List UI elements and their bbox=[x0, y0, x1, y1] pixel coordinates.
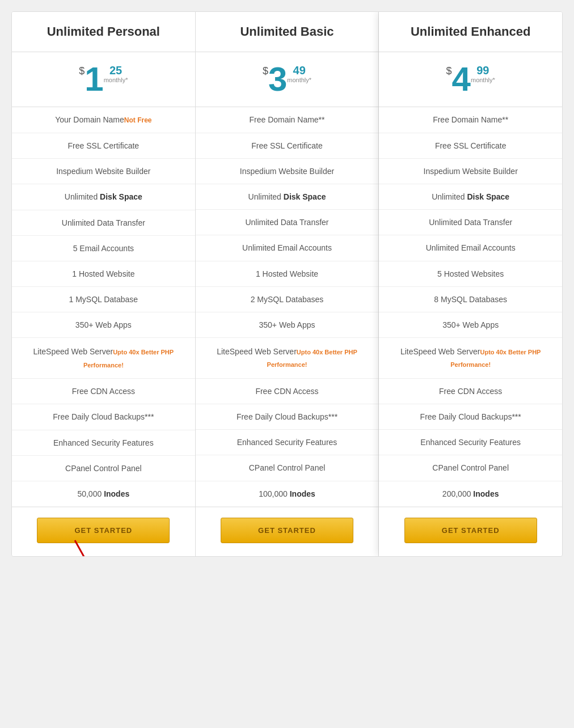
price-monthly-enhanced: monthly* bbox=[471, 76, 495, 84]
feature-text-enhanced-6: 5 Hosted Websites bbox=[437, 269, 504, 278]
btn-row-enhanced: GET STARTED bbox=[379, 507, 562, 553]
feature-text-basic-1: Free SSL Certificate bbox=[251, 141, 323, 150]
feature-bold-enhanced-3: Disk Space bbox=[467, 192, 509, 201]
feature-text-enhanced-1: Free SSL Certificate bbox=[435, 141, 507, 150]
price-fraction-monthly-enhanced: 99 monthly* bbox=[471, 65, 495, 84]
feature-text-basic-10: Free CDN Access bbox=[255, 387, 318, 396]
price-fraction-basic: 49 bbox=[287, 65, 311, 76]
price-fraction-monthly-basic: 49 monthly* bbox=[287, 65, 311, 84]
feature-row-basic-13: CPanel Control Panel bbox=[196, 455, 379, 481]
feature-text-basic-8: 350+ Web Apps bbox=[259, 320, 315, 329]
feature-text-personal-11: Free Daily Cloud Backups*** bbox=[53, 412, 154, 421]
feature-row-basic-12: Enhanced Security Features bbox=[196, 430, 379, 455]
price-display-basic: $ 3 49 monthly* bbox=[263, 62, 311, 96]
feature-row-personal-7: 1 MySQL Database bbox=[12, 287, 195, 312]
price-dollar-basic: $ bbox=[263, 66, 268, 76]
feature-text-enhanced-11: Free Daily Cloud Backups*** bbox=[420, 412, 521, 421]
feature-text-basic-7: 2 MySQL Databases bbox=[251, 295, 324, 304]
price-display-enhanced: $ 4 99 monthly* bbox=[446, 62, 495, 96]
feature-row-personal-12: Enhanced Security Features bbox=[12, 430, 195, 456]
feature-text-personal-9: LiteSpeed Web Server bbox=[33, 347, 113, 356]
feature-row-basic-1: Free SSL Certificate bbox=[196, 133, 379, 159]
price-dollar-enhanced: $ bbox=[446, 66, 452, 76]
feature-row-enhanced-2: Inspedium Website Builder bbox=[379, 159, 562, 184]
feature-text-enhanced-8: 350+ Web Apps bbox=[442, 320, 499, 329]
feature-row-basic-10: Free CDN Access bbox=[196, 379, 379, 404]
price-dollar-personal: $ bbox=[79, 66, 85, 76]
svg-line-0 bbox=[75, 540, 89, 557]
feature-text-enhanced-3: Unlimited bbox=[432, 192, 467, 201]
feature-text-personal-3: Unlimited bbox=[65, 192, 100, 201]
plan-header-enhanced: Unlimited Enhanced bbox=[379, 12, 562, 52]
feature-bold-personal-3: Disk Space bbox=[100, 192, 142, 201]
get-started-button-enhanced[interactable]: GET STARTED bbox=[404, 518, 537, 543]
feature-row-personal-9: LiteSpeed Web ServerUpto 40x Better PHP … bbox=[12, 338, 195, 379]
feature-text-basic-9: LiteSpeed Web Server bbox=[217, 347, 297, 356]
price-monthly-personal: monthly* bbox=[104, 76, 128, 84]
price-fraction-monthly-personal: 25 monthly* bbox=[104, 65, 128, 84]
feature-bold-basic-3: Disk Space bbox=[284, 192, 326, 201]
feature-row-personal-0: Your Domain NameNot Free bbox=[12, 107, 195, 133]
get-started-button-basic[interactable]: GET STARTED bbox=[221, 518, 353, 543]
feature-row-enhanced-11: Free Daily Cloud Backups*** bbox=[379, 404, 562, 430]
price-row-enhanced: $ 4 99 monthly* bbox=[379, 52, 562, 107]
feature-suffix-personal-0: Not Free bbox=[124, 116, 152, 124]
plan-title-personal: Unlimited Personal bbox=[20, 24, 187, 39]
feature-text-enhanced-4: Unlimited Data Transfer bbox=[429, 218, 512, 227]
pricing-table: Unlimited Personal $ 1 25 monthly* Your … bbox=[11, 11, 563, 557]
feature-row-enhanced-6: 5 Hosted Websites bbox=[379, 261, 562, 287]
feature-text-basic-3: Unlimited bbox=[248, 192, 284, 201]
feature-text-enhanced-7: 8 MySQL Databases bbox=[434, 295, 507, 304]
feature-row-enhanced-0: Free Domain Name** bbox=[379, 107, 562, 133]
price-row-personal: $ 1 25 monthly* bbox=[12, 52, 195, 107]
feature-text-enhanced-2: Inspedium Website Builder bbox=[424, 167, 518, 176]
feature-row-enhanced-3: Unlimited Disk Space bbox=[379, 184, 562, 210]
feature-row-personal-6: 1 Hosted Website bbox=[12, 261, 195, 287]
feature-text-personal-10: Free CDN Access bbox=[72, 387, 135, 396]
feature-text-personal-1: Free SSL Certificate bbox=[68, 141, 140, 150]
feature-row-basic-5: Unlimited Email Accounts bbox=[196, 235, 379, 261]
feature-row-personal-3: Unlimited Disk Space bbox=[12, 184, 195, 210]
feature-bold-basic-14: Inodes bbox=[290, 489, 315, 498]
feature-text-enhanced-10: Free CDN Access bbox=[439, 387, 502, 396]
feature-row-enhanced-5: Unlimited Email Accounts bbox=[379, 235, 562, 261]
feature-row-enhanced-8: 350+ Web Apps bbox=[379, 312, 562, 338]
feature-row-enhanced-14: 200,000 Inodes bbox=[379, 481, 562, 507]
price-main-basic: 3 bbox=[268, 62, 287, 96]
feature-text-personal-5: 5 Email Accounts bbox=[73, 244, 134, 253]
feature-row-personal-13: CPanel Control Panel bbox=[12, 456, 195, 481]
btn-row-personal: GET STARTED bbox=[12, 507, 195, 556]
feature-text-enhanced-5: Unlimited Email Accounts bbox=[426, 243, 516, 252]
price-monthly-basic: monthly* bbox=[287, 76, 311, 84]
feature-row-enhanced-9: LiteSpeed Web ServerUpto 40x Better PHP … bbox=[379, 338, 562, 379]
feature-text-personal-4: Unlimited Data Transfer bbox=[62, 218, 145, 227]
feature-row-personal-8: 350+ Web Apps bbox=[12, 312, 195, 338]
feature-row-enhanced-10: Free CDN Access bbox=[379, 379, 562, 404]
feature-text-enhanced-9: LiteSpeed Web Server bbox=[400, 347, 480, 356]
feature-row-enhanced-1: Free SSL Certificate bbox=[379, 133, 562, 159]
feature-row-personal-14: 50,000 Inodes bbox=[12, 481, 195, 507]
feature-text-enhanced-12: Enhanced Security Features bbox=[420, 438, 521, 447]
price-main-enhanced: 4 bbox=[452, 62, 471, 96]
red-arrow-icon bbox=[69, 537, 103, 557]
feature-row-personal-5: 5 Email Accounts bbox=[12, 236, 195, 261]
feature-text-basic-6: 1 Hosted Website bbox=[256, 269, 318, 278]
btn-row-basic: GET STARTED bbox=[196, 507, 379, 553]
price-row-basic: $ 3 49 monthly* bbox=[196, 52, 379, 107]
feature-row-personal-2: Inspedium Website Builder bbox=[12, 159, 195, 184]
feature-row-personal-1: Free SSL Certificate bbox=[12, 133, 195, 159]
feature-row-personal-11: Free Daily Cloud Backups*** bbox=[12, 404, 195, 430]
feature-row-basic-8: 350+ Web Apps bbox=[196, 312, 379, 338]
feature-row-basic-0: Free Domain Name** bbox=[196, 107, 379, 133]
arrow-container-personal bbox=[20, 543, 187, 546]
feature-text-personal-6: 1 Hosted Website bbox=[72, 269, 134, 278]
feature-text-basic-12: Enhanced Security Features bbox=[237, 438, 337, 447]
feature-text-basic-11: Free Daily Cloud Backups*** bbox=[237, 412, 337, 421]
feature-text-personal-7: 1 MySQL Database bbox=[69, 295, 138, 304]
get-started-button-personal[interactable]: GET STARTED bbox=[37, 518, 170, 543]
feature-text-personal-2: Inspedium Website Builder bbox=[56, 167, 150, 176]
feature-text-personal-14: 50,000 bbox=[77, 489, 104, 498]
feature-text-personal-13: CPanel Control Panel bbox=[65, 464, 142, 473]
feature-row-basic-3: Unlimited Disk Space bbox=[196, 184, 379, 210]
feature-text-basic-4: Unlimited Data Transfer bbox=[245, 218, 328, 227]
